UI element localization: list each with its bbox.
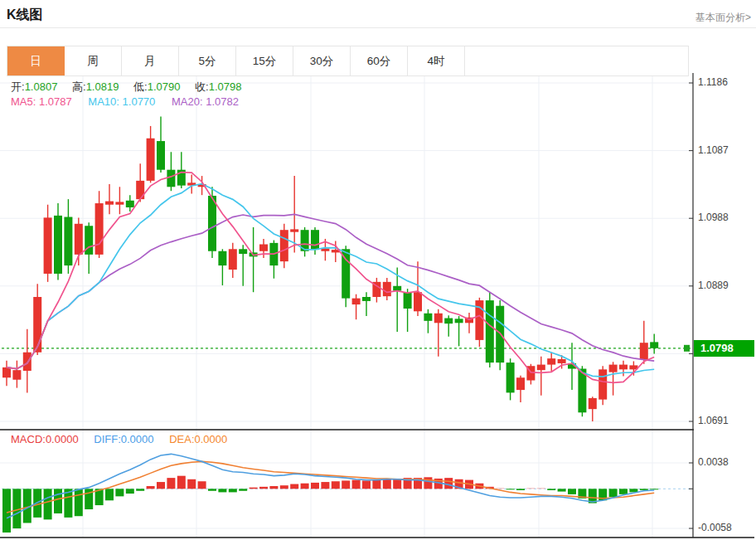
macd-histogram-bar bbox=[136, 489, 144, 490]
candle-body bbox=[444, 319, 453, 324]
candle-body bbox=[434, 314, 443, 324]
macd-histogram-bar bbox=[383, 479, 391, 489]
dea-readout: DEA:0.0000 bbox=[169, 433, 227, 445]
macd-histogram-bar bbox=[321, 482, 329, 489]
low-label: 低: bbox=[133, 80, 148, 93]
macd-histogram-bar bbox=[177, 476, 186, 489]
macd-histogram-bar bbox=[506, 489, 515, 489]
tab-60min[interactable]: 60分 bbox=[351, 46, 408, 75]
macd-histogram-bar bbox=[259, 487, 268, 489]
macd-readout: MACD:0.0000 bbox=[11, 433, 79, 445]
candle-body bbox=[486, 300, 494, 362]
macd-histogram-bar bbox=[362, 480, 371, 489]
high-label: 高: bbox=[72, 80, 86, 93]
macd-histogram-bar bbox=[609, 489, 618, 497]
tab-month[interactable]: 月 bbox=[122, 46, 179, 75]
candle-body bbox=[136, 181, 144, 199]
candle-body bbox=[424, 314, 432, 321]
macd-histogram-bar bbox=[280, 485, 288, 489]
diff-readout: DIFF:0.0000 bbox=[94, 433, 153, 445]
macd-axis-label: 0.0038 bbox=[698, 456, 729, 468]
macd-histogram-bar bbox=[54, 489, 62, 513]
candle-body bbox=[609, 365, 618, 372]
macd-histogram-bar bbox=[75, 489, 83, 516]
macd-histogram-bar bbox=[239, 489, 247, 490]
ma20-readout: MA20: 1.0782 bbox=[172, 95, 239, 108]
macd-histogram-bar bbox=[2, 489, 11, 533]
tab-15min[interactable]: 15分 bbox=[236, 46, 293, 75]
candle-body bbox=[362, 297, 371, 301]
candle-body bbox=[208, 196, 216, 251]
macd-histogram-bar bbox=[198, 481, 206, 489]
macd-histogram-bar bbox=[342, 480, 350, 489]
macd-histogram-bar bbox=[269, 486, 278, 489]
candle-body bbox=[147, 139, 155, 181]
macd-histogram-bar bbox=[290, 484, 298, 489]
price-axis-label: 1.0691 bbox=[698, 415, 729, 426]
open-value: 1.0807 bbox=[25, 80, 58, 93]
candle-body bbox=[167, 170, 175, 187]
candle-body bbox=[12, 370, 21, 380]
macd-histogram-bar bbox=[537, 488, 545, 489]
macd-histogram-bar bbox=[218, 489, 226, 492]
macd-histogram-bar bbox=[147, 486, 155, 489]
tab-4hour[interactable]: 4时 bbox=[408, 46, 465, 75]
macd-histogram-bar bbox=[650, 489, 658, 489]
candle-body bbox=[157, 141, 165, 170]
macd-histogram-bar bbox=[115, 489, 124, 496]
candle-body bbox=[290, 229, 298, 231]
price-axis-label: 1.0988 bbox=[698, 212, 729, 223]
macd-histogram-bar bbox=[496, 488, 504, 489]
candle-body bbox=[650, 342, 658, 348]
candle-body bbox=[2, 367, 11, 377]
candle-body bbox=[115, 202, 124, 204]
candle-body bbox=[218, 251, 226, 265]
candle-body bbox=[33, 297, 41, 353]
candle-body bbox=[229, 249, 237, 270]
tab-30min[interactable]: 30分 bbox=[293, 46, 351, 75]
macd-histogram-bar bbox=[44, 489, 52, 519]
macd-legend: MACD:0.0000 DIFF:0.0000 DEA:0.0000 bbox=[11, 433, 227, 445]
tab-day[interactable]: 日 bbox=[7, 46, 65, 75]
macd-histogram-bar bbox=[372, 480, 380, 489]
macd-histogram-bar bbox=[444, 478, 453, 489]
macd-histogram-bar bbox=[301, 484, 309, 489]
macd-histogram-bar bbox=[157, 482, 165, 489]
candle-body bbox=[75, 224, 83, 255]
price-axis-label: 1.0889 bbox=[698, 280, 729, 291]
candle-body bbox=[64, 217, 72, 266]
candle-body bbox=[640, 343, 648, 359]
candle-body bbox=[54, 216, 62, 274]
macd-histogram-bar bbox=[526, 488, 535, 489]
macd-histogram-bar bbox=[547, 489, 555, 490]
price-axis-label: 1.1087 bbox=[698, 144, 729, 156]
candle-body bbox=[537, 365, 545, 371]
ma-legend: MA5: 1.0787 MA10: 1.0770 MA20: 1.0782 bbox=[11, 95, 239, 108]
ma5-readout: MA5: 1.0787 bbox=[11, 95, 72, 108]
macd-histogram-bar bbox=[126, 489, 134, 494]
ohlc-legend: 开:1.0807 高:1.0819 低:1.0790 收:1.0798 bbox=[11, 80, 253, 95]
macd-histogram-bar bbox=[208, 489, 216, 490]
macd-histogram-bar bbox=[424, 477, 432, 489]
candle-body bbox=[619, 365, 628, 370]
macd-histogram-bar bbox=[311, 483, 319, 489]
candle-body bbox=[404, 292, 412, 309]
macd-histogram-bar bbox=[250, 488, 258, 489]
candle-body bbox=[23, 353, 32, 371]
candle-body bbox=[239, 249, 247, 254]
candle-body bbox=[414, 292, 422, 311]
tab-week[interactable]: 周 bbox=[65, 46, 122, 75]
candle-body bbox=[259, 245, 268, 251]
candle-body bbox=[352, 299, 361, 304]
candle-body bbox=[516, 377, 525, 390]
dea-line bbox=[7, 461, 654, 513]
candle-body bbox=[589, 398, 597, 409]
tab-5min[interactable]: 5分 bbox=[179, 46, 236, 75]
high-value: 1.0819 bbox=[86, 80, 119, 93]
candle-body bbox=[105, 202, 114, 205]
macd-axis-label: -0.0058 bbox=[698, 522, 732, 533]
current-price-marker bbox=[684, 345, 690, 352]
open-label: 开: bbox=[11, 80, 25, 93]
macd-histogram-bar bbox=[167, 478, 175, 489]
close-value: 1.0798 bbox=[209, 80, 242, 93]
